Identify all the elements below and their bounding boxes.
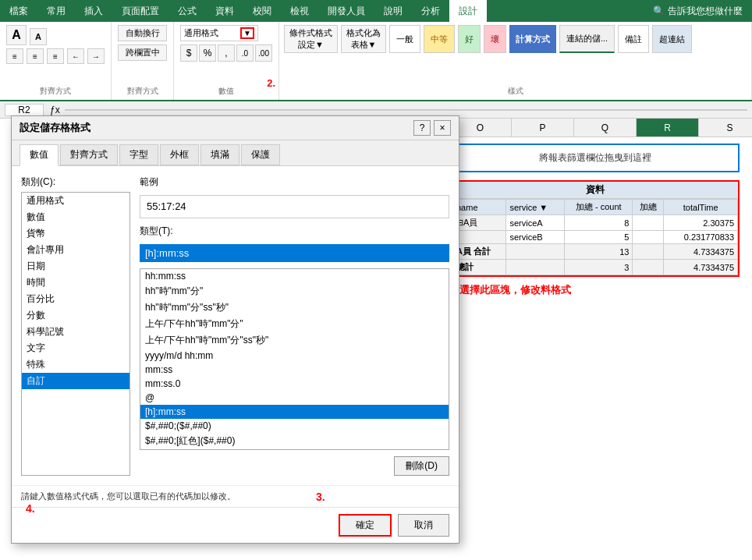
decimal-decrease[interactable]: .00 <box>255 44 272 62</box>
dialog-tab-alignment[interactable]: 對齊方式 <box>60 144 118 165</box>
dialog-tabs: 數值 對齊方式 字型 外框 填滿 保護 <box>12 140 459 166</box>
dialog-tab-font[interactable]: 字型 <box>119 144 158 165</box>
dialog-tab-protect[interactable]: 保護 <box>241 144 280 165</box>
type-list-item-4[interactable]: 上午/下午hh"時"mm"分"ss"秒" <box>140 332 449 349</box>
alignment-label2: 對齊方式 <box>118 86 167 97</box>
type-list-item-1[interactable]: hh"時"mm"分" <box>140 283 449 299</box>
category-item-4[interactable]: 日期 <box>22 258 129 275</box>
style-medium[interactable]: 中等 <box>424 25 455 53</box>
pivot-cell-totaltime-1: 0.231770833 <box>664 231 738 244</box>
tab-page-layout[interactable]: 頁面配置 <box>112 0 168 22</box>
type-list-item-9[interactable]: [h]:mm:ss <box>140 405 449 419</box>
category-list[interactable]: 通用格式 數值 貨幣 會計專用 日期 時間 百分比 分數 科學記號 文字 特殊 … <box>21 192 130 476</box>
number-section-label: 數值 <box>180 86 272 97</box>
ok-btn[interactable]: 確定 <box>339 514 392 537</box>
decimal-increase[interactable]: .0 <box>236 44 254 62</box>
tab-home[interactable]: 常用 <box>37 0 75 22</box>
align-left[interactable]: ≡ <box>6 48 23 64</box>
style-note[interactable]: 備註 <box>618 25 649 53</box>
font-a-small[interactable]: A <box>30 28 47 45</box>
pivot-row-3: 總計 3 4.7334375 <box>453 260 738 275</box>
col-header-r[interactable]: R <box>637 119 699 136</box>
pivot-cell-name-2: A員 合計 <box>453 244 506 260</box>
style-super[interactable]: 超連結 <box>652 25 692 53</box>
percent-btn[interactable]: % <box>199 44 216 62</box>
type-list-item-0[interactable]: hh:mm:ss <box>140 269 449 283</box>
pivot-table: name service ▼ 加總 - count 加總 totalTime ⊟… <box>452 199 738 275</box>
align-center[interactable]: ≡ <box>27 48 44 64</box>
category-item-5[interactable]: 時間 <box>22 275 129 291</box>
style-good[interactable]: 好 <box>458 25 481 53</box>
type-list-item-6[interactable]: mm:ss <box>140 363 449 377</box>
delete-btn[interactable]: 刪除(D) <box>394 456 449 476</box>
pivot-area: 將報表篩選欄位拖曳到這裡 資料 name service ▼ 加總 - coun… <box>451 137 740 297</box>
ribbon-search: 🔍 告訴我您想做什麼 <box>653 0 752 22</box>
tab-formula[interactable]: 公式 <box>168 0 206 22</box>
col-header-p[interactable]: P <box>512 119 574 136</box>
type-list-item-5[interactable]: yyyy/m/d hh:mm <box>140 349 449 363</box>
pivot-th-name: name <box>453 200 506 215</box>
auto-wrap-btn[interactable]: 自動換行 <box>118 25 167 41</box>
pivot-th-sum: 加總 <box>633 200 664 215</box>
dialog-tab-border[interactable]: 外框 <box>160 144 199 165</box>
formula-bar[interactable] <box>65 109 747 111</box>
category-item-9[interactable]: 文字 <box>22 340 129 356</box>
ribbon-tabs-bar: 檔案 常用 插入 頁面配置 公式 資料 校閱 檢視 開發人員 說明 分析 設計 … <box>0 0 752 22</box>
indent-decrease[interactable]: ← <box>67 48 84 64</box>
col-header-q[interactable]: Q <box>574 119 637 136</box>
format-as-table-btn[interactable]: 格式化為表格▼ <box>341 25 386 53</box>
tab-insert[interactable]: 插入 <box>75 0 112 22</box>
currency-btn[interactable]: $ <box>180 44 197 62</box>
alignment-label: 對齊方式 <box>6 86 105 97</box>
category-item-7[interactable]: 分數 <box>22 307 129 324</box>
cancel-btn[interactable]: 取消 <box>398 514 449 537</box>
style-calculate[interactable]: 計算方式 <box>509 25 556 53</box>
comma-btn[interactable]: , <box>218 44 235 62</box>
merge-center-btn[interactable]: 跨欄置中 <box>118 44 167 61</box>
type-input[interactable] <box>140 244 449 262</box>
align-right[interactable]: ≡ <box>47 48 64 64</box>
pivot-cell-sum-1 <box>633 231 664 244</box>
type-list-item-10[interactable]: $#,##0;($#,##0) <box>140 419 449 433</box>
dialog-close-btn[interactable]: × <box>434 120 451 136</box>
style-linked[interactable]: 連結的儲... <box>559 25 615 53</box>
type-list-item-8[interactable]: @ <box>140 391 449 405</box>
category-item-3[interactable]: 會計專用 <box>22 242 129 258</box>
step3-badge: 3. <box>316 491 325 503</box>
col-header-s[interactable]: S <box>699 119 752 136</box>
type-list-item-7[interactable]: mm:ss.0 <box>140 377 449 391</box>
tab-data[interactable]: 資料 <box>206 0 243 22</box>
pivot-cell-service-1: serviceB <box>506 231 565 244</box>
category-item-11[interactable]: 自訂 <box>22 373 129 389</box>
category-item-2[interactable]: 貨幣 <box>22 225 129 242</box>
tab-view[interactable]: 檢視 <box>281 0 318 22</box>
dialog-tab-number[interactable]: 數值 <box>20 144 59 166</box>
tab-review[interactable]: 校閱 <box>243 0 281 22</box>
type-list-item-11[interactable]: $#,##0;[紅色]($#,##0) <box>140 433 449 449</box>
pivot-cell-sum-0 <box>633 215 664 231</box>
format-dropdown[interactable]: 通用格式 ▼ <box>180 25 258 41</box>
style-general[interactable]: 一般 <box>389 25 420 53</box>
tab-developer[interactable]: 開發人員 <box>318 0 374 22</box>
dialog-help-btn[interactable]: ? <box>413 120 431 136</box>
category-item-1[interactable]: 數值 <box>22 209 129 225</box>
type-list-item-2[interactable]: hh"時"mm"分"ss"秒" <box>140 299 449 316</box>
tab-design[interactable]: 設計 <box>449 0 487 22</box>
dialog-tab-fill[interactable]: 填滿 <box>200 144 239 165</box>
font-a-large[interactable]: A <box>6 25 27 45</box>
tab-analysis[interactable]: 分析 <box>412 0 449 22</box>
indent-increase[interactable]: → <box>87 48 105 64</box>
type-list[interactable]: hh:mm:ss hh"時"mm"分" hh"時"mm"分"ss"秒" 上午/下… <box>140 268 449 450</box>
pivot-cell-name-1 <box>453 231 506 244</box>
conditional-format-btn[interactable]: 條件式格式設定▼ <box>284 25 338 53</box>
tab-file[interactable]: 檔案 <box>0 0 37 22</box>
category-item-0[interactable]: 通用格式 <box>22 193 129 209</box>
category-item-8[interactable]: 科學記號 <box>22 324 129 340</box>
category-item-6[interactable]: 百分比 <box>22 291 129 307</box>
search-icon: 🔍 <box>653 5 665 16</box>
tab-help[interactable]: 說明 <box>374 0 412 22</box>
category-item-10[interactable]: 特殊 <box>22 356 129 373</box>
type-list-item-3[interactable]: 上午/下午hh"時"mm"分" <box>140 316 449 332</box>
dialog-footer: 4. 確定 取消 <box>12 507 459 543</box>
style-bad[interactable]: 壞 <box>484 25 506 53</box>
